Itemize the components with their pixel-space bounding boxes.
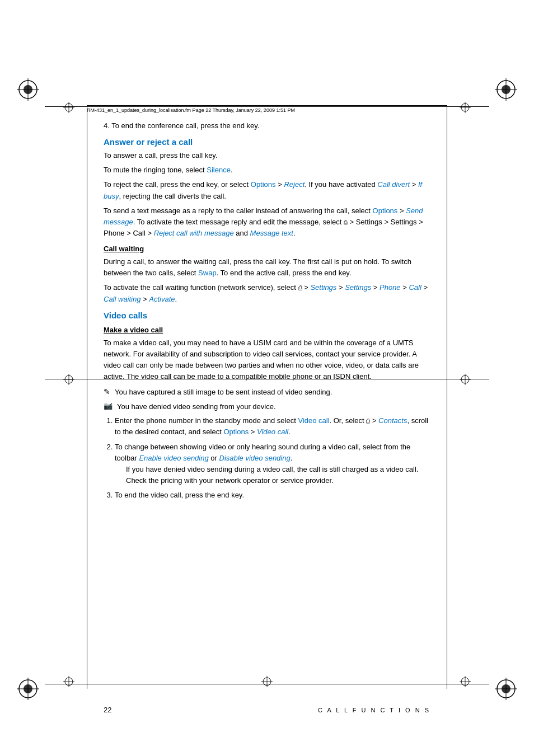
- call-link: Call: [409, 283, 421, 292]
- settings-link2: Settings: [345, 283, 371, 292]
- gear-icon1: ⎙: [344, 219, 348, 226]
- settings-link1: Settings: [310, 283, 336, 292]
- crosshair-bottom-left: [63, 676, 74, 689]
- enablevideo-link: Enable video sending: [139, 454, 208, 462]
- right-margin-line: [447, 105, 447, 689]
- activate-link: Activate: [149, 295, 175, 303]
- contacts-link: Contacts: [378, 416, 407, 425]
- rejectcallwithmessage-link: Reject call with message: [154, 229, 234, 237]
- gear-icon2: ⎙: [298, 284, 302, 291]
- phone-link: Phone: [380, 283, 401, 292]
- page: RM-431_en_1_updates_during_localisation.…: [0, 0, 534, 756]
- step-4-text: 4. To end the conference call, press the…: [104, 120, 430, 132]
- videocall-link1: Video call: [298, 416, 329, 425]
- reject-link: Reject: [284, 180, 305, 189]
- header-text: RM-431_en_1_updates_during_localisation.…: [87, 105, 447, 113]
- note1-text: You have captured a still image to be se…: [115, 387, 332, 398]
- disablevideo-link: Disable video sending: [219, 454, 291, 462]
- step2-indent-text: If you have denied video sending during …: [126, 464, 430, 486]
- video-steps-list: Enter the phone number in the standby mo…: [104, 415, 430, 501]
- note-row-1: ✎ You have captured a still image to be …: [104, 387, 430, 398]
- callwaiting-para1: During a call, to answer the waiting cal…: [104, 256, 430, 279]
- left-margin-line: [87, 105, 87, 689]
- video-step-3: To end the video call, press the end key…: [115, 490, 430, 501]
- options-link1: Options: [251, 180, 276, 189]
- reg-mark-bottom-right: [495, 678, 517, 700]
- crosshair-top-right: [460, 102, 471, 115]
- crosshair-bottom-right: [460, 676, 471, 689]
- answer-para4: To send a text message as a reply to the…: [104, 205, 430, 239]
- options-link2: Options: [373, 206, 398, 215]
- note2-text: You have denied video sending from your …: [117, 401, 276, 412]
- callwaiting-para2: To activate the call waiting function (n…: [104, 282, 430, 304]
- video-step-2: To change between showing video or only …: [115, 442, 430, 487]
- messagetext-link: Message text: [250, 229, 293, 237]
- main-content: 4. To end the conference call, press the…: [104, 120, 430, 683]
- reg-mark-top-right: [495, 78, 517, 101]
- calldivert-link: Call divert: [377, 180, 410, 189]
- swap-link: Swap: [198, 269, 217, 277]
- crosshair-mid-right: [460, 374, 471, 387]
- answer-para2: To mute the ringing tone, select Silence…: [104, 165, 430, 176]
- silence-link: Silence: [207, 166, 231, 174]
- answer-para1: To answer a call, press the call key.: [104, 150, 430, 161]
- answer-reject-heading: Answer or reject a call: [104, 137, 430, 147]
- section-label: C a l l f u n c t i o n s: [318, 707, 430, 713]
- step-4: 4. To end the conference call, press the…: [104, 120, 430, 132]
- videocalls-heading: Video calls: [104, 311, 430, 320]
- footer: 22 C a l l f u n c t i o n s: [104, 706, 430, 714]
- makevideocall-heading: Make a video call: [104, 326, 430, 334]
- page-number: 22: [104, 706, 111, 714]
- step2-indent-para: If you have denied video sending during …: [126, 464, 430, 486]
- crosshair-mid-left: [63, 374, 74, 387]
- crosshair-top-left: [63, 102, 74, 115]
- note-row-2: 📷̸ You have denied video sending from yo…: [104, 401, 430, 412]
- videocall-link2: Video call: [257, 428, 288, 436]
- callwaiting-link: Call waiting: [104, 295, 140, 303]
- video-denied-icon: 📷̸: [104, 402, 113, 410]
- camera-icon: ✎: [104, 387, 110, 396]
- videocall-para1: To make a video call, you may need to ha…: [104, 337, 430, 383]
- options-link3: Options: [223, 428, 249, 436]
- answer-para3: To reject the call, press the end key, o…: [104, 179, 430, 201]
- reg-mark-top-left: [17, 78, 39, 101]
- reg-mark-bottom-left: [17, 678, 39, 700]
- video-step-1: Enter the phone number in the standby mo…: [115, 415, 430, 438]
- callwaiting-heading: Call waiting: [104, 245, 430, 253]
